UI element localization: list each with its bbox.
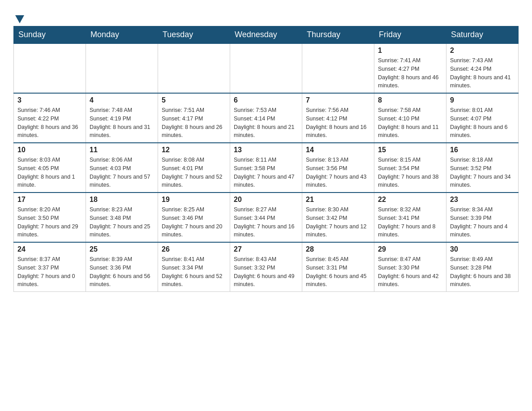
calendar-cell: 30Sunrise: 8:49 AM Sunset: 3:28 PM Dayli…: [446, 242, 519, 292]
day-number: 7: [306, 96, 370, 104]
day-info: Sunrise: 8:23 AM Sunset: 3:48 PM Dayligh…: [90, 206, 154, 239]
day-info: Sunrise: 8:32 AM Sunset: 3:41 PM Dayligh…: [378, 206, 442, 239]
day-info: Sunrise: 7:43 AM Sunset: 4:24 PM Dayligh…: [450, 56, 515, 90]
calendar-cell: [158, 43, 230, 93]
calendar-cell: [302, 43, 374, 93]
day-info: Sunrise: 8:20 AM Sunset: 3:50 PM Dayligh…: [17, 206, 82, 239]
day-number: 2: [450, 47, 515, 55]
day-info: Sunrise: 8:01 AM Sunset: 4:07 PM Dayligh…: [450, 106, 515, 140]
day-info: Sunrise: 8:37 AM Sunset: 3:37 PM Dayligh…: [17, 255, 82, 289]
day-info: Sunrise: 7:53 AM Sunset: 4:14 PM Dayligh…: [234, 106, 298, 140]
calendar-cell: 12Sunrise: 8:08 AM Sunset: 4:01 PM Dayli…: [158, 143, 230, 193]
weekday-header-thursday: Thursday: [302, 26, 374, 44]
weekday-header-tuesday: Tuesday: [158, 26, 230, 44]
day-number: 15: [378, 146, 442, 154]
logo: [13, 13, 24, 21]
day-info: Sunrise: 8:08 AM Sunset: 4:01 PM Dayligh…: [162, 156, 226, 189]
day-info: Sunrise: 7:46 AM Sunset: 4:22 PM Dayligh…: [17, 106, 82, 140]
day-number: 10: [17, 146, 82, 154]
calendar-cell: [14, 43, 86, 93]
weekday-header-wednesday: Wednesday: [230, 26, 302, 44]
day-info: Sunrise: 8:49 AM Sunset: 3:28 PM Dayligh…: [450, 255, 515, 289]
day-info: Sunrise: 8:18 AM Sunset: 3:52 PM Dayligh…: [450, 156, 515, 189]
day-number: 12: [162, 146, 226, 154]
calendar-cell: 17Sunrise: 8:20 AM Sunset: 3:50 PM Dayli…: [14, 193, 86, 242]
day-info: Sunrise: 7:41 AM Sunset: 4:27 PM Dayligh…: [378, 56, 442, 90]
calendar-header-row: SundayMondayTuesdayWednesdayThursdayFrid…: [14, 26, 519, 44]
logo-general: [13, 13, 24, 23]
logo-arrow-icon: [15, 15, 24, 23]
calendar-cell: 28Sunrise: 8:45 AM Sunset: 3:31 PM Dayli…: [302, 242, 374, 292]
day-number: 6: [234, 96, 298, 104]
day-number: 18: [90, 196, 154, 204]
calendar-cell: 23Sunrise: 8:34 AM Sunset: 3:39 PM Dayli…: [446, 193, 519, 242]
day-info: Sunrise: 8:39 AM Sunset: 3:36 PM Dayligh…: [90, 255, 154, 289]
calendar-cell: 2Sunrise: 7:43 AM Sunset: 4:24 PM Daylig…: [446, 43, 519, 93]
day-info: Sunrise: 8:06 AM Sunset: 4:03 PM Dayligh…: [90, 156, 154, 189]
weekday-header-friday: Friday: [374, 26, 446, 44]
day-info: Sunrise: 8:47 AM Sunset: 3:30 PM Dayligh…: [378, 255, 442, 289]
calendar-cell: 29Sunrise: 8:47 AM Sunset: 3:30 PM Dayli…: [374, 242, 446, 292]
day-info: Sunrise: 8:03 AM Sunset: 4:05 PM Dayligh…: [17, 156, 82, 189]
day-info: Sunrise: 7:58 AM Sunset: 4:10 PM Dayligh…: [378, 106, 442, 140]
weekday-header-saturday: Saturday: [446, 26, 519, 44]
day-number: 28: [306, 245, 370, 253]
day-info: Sunrise: 8:27 AM Sunset: 3:44 PM Dayligh…: [234, 206, 298, 239]
day-number: 1: [378, 47, 442, 55]
calendar-cell: 19Sunrise: 8:25 AM Sunset: 3:46 PM Dayli…: [158, 193, 230, 242]
calendar-cell: 27Sunrise: 8:43 AM Sunset: 3:32 PM Dayli…: [230, 242, 302, 292]
calendar-cell: 20Sunrise: 8:27 AM Sunset: 3:44 PM Dayli…: [230, 193, 302, 242]
day-info: Sunrise: 8:11 AM Sunset: 3:58 PM Dayligh…: [234, 156, 298, 189]
day-number: 30: [450, 245, 515, 253]
day-info: Sunrise: 8:41 AM Sunset: 3:34 PM Dayligh…: [162, 255, 226, 289]
calendar-cell: 3Sunrise: 7:46 AM Sunset: 4:22 PM Daylig…: [14, 93, 86, 143]
calendar-cell: 22Sunrise: 8:32 AM Sunset: 3:41 PM Dayli…: [374, 193, 446, 242]
day-number: 22: [378, 196, 442, 204]
day-info: Sunrise: 7:51 AM Sunset: 4:17 PM Dayligh…: [162, 106, 226, 140]
calendar-cell: 9Sunrise: 8:01 AM Sunset: 4:07 PM Daylig…: [446, 93, 519, 143]
day-info: Sunrise: 8:25 AM Sunset: 3:46 PM Dayligh…: [162, 206, 226, 239]
calendar-cell: [230, 43, 302, 93]
calendar-cell: 10Sunrise: 8:03 AM Sunset: 4:05 PM Dayli…: [14, 143, 86, 193]
day-number: 23: [450, 196, 515, 204]
day-info: Sunrise: 8:30 AM Sunset: 3:42 PM Dayligh…: [306, 206, 370, 239]
calendar-week-row: 24Sunrise: 8:37 AM Sunset: 3:37 PM Dayli…: [14, 242, 519, 292]
calendar-cell: 7Sunrise: 7:56 AM Sunset: 4:12 PM Daylig…: [302, 93, 374, 143]
calendar-cell: 14Sunrise: 8:13 AM Sunset: 3:56 PM Dayli…: [302, 143, 374, 193]
day-number: 13: [234, 146, 298, 154]
day-number: 16: [450, 146, 515, 154]
calendar-table: SundayMondayTuesdayWednesdayThursdayFrid…: [13, 26, 519, 292]
calendar-cell: 13Sunrise: 8:11 AM Sunset: 3:58 PM Dayli…: [230, 143, 302, 193]
day-number: 14: [306, 146, 370, 154]
calendar-cell: 4Sunrise: 7:48 AM Sunset: 4:19 PM Daylig…: [86, 93, 158, 143]
calendar-cell: 11Sunrise: 8:06 AM Sunset: 4:03 PM Dayli…: [86, 143, 158, 193]
day-number: 11: [90, 146, 154, 154]
calendar-cell: 21Sunrise: 8:30 AM Sunset: 3:42 PM Dayli…: [302, 193, 374, 242]
day-info: Sunrise: 8:13 AM Sunset: 3:56 PM Dayligh…: [306, 156, 370, 189]
day-info: Sunrise: 7:56 AM Sunset: 4:12 PM Dayligh…: [306, 106, 370, 140]
calendar-week-row: 17Sunrise: 8:20 AM Sunset: 3:50 PM Dayli…: [14, 193, 519, 242]
day-info: Sunrise: 8:34 AM Sunset: 3:39 PM Dayligh…: [450, 206, 515, 239]
calendar-cell: 16Sunrise: 8:18 AM Sunset: 3:52 PM Dayli…: [446, 143, 519, 193]
day-number: 20: [234, 196, 298, 204]
day-number: 4: [90, 96, 154, 104]
calendar-cell: 1Sunrise: 7:41 AM Sunset: 4:27 PM Daylig…: [374, 43, 446, 93]
day-number: 21: [306, 196, 370, 204]
day-info: Sunrise: 8:15 AM Sunset: 3:54 PM Dayligh…: [378, 156, 442, 189]
calendar-cell: 8Sunrise: 7:58 AM Sunset: 4:10 PM Daylig…: [374, 93, 446, 143]
day-number: 3: [17, 96, 82, 104]
calendar-cell: 24Sunrise: 8:37 AM Sunset: 3:37 PM Dayli…: [14, 242, 86, 292]
calendar-cell: 5Sunrise: 7:51 AM Sunset: 4:17 PM Daylig…: [158, 93, 230, 143]
calendar-cell: 25Sunrise: 8:39 AM Sunset: 3:36 PM Dayli…: [86, 242, 158, 292]
calendar-week-row: 1Sunrise: 7:41 AM Sunset: 4:27 PM Daylig…: [14, 43, 519, 93]
day-number: 26: [162, 245, 226, 253]
day-number: 27: [234, 245, 298, 253]
day-info: Sunrise: 8:43 AM Sunset: 3:32 PM Dayligh…: [234, 255, 298, 289]
calendar-cell: 26Sunrise: 8:41 AM Sunset: 3:34 PM Dayli…: [158, 242, 230, 292]
day-number: 5: [162, 96, 226, 104]
day-number: 9: [450, 96, 515, 104]
day-number: 8: [378, 96, 442, 104]
day-number: 17: [17, 196, 82, 204]
calendar-week-row: 3Sunrise: 7:46 AM Sunset: 4:22 PM Daylig…: [14, 93, 519, 143]
day-number: 25: [90, 245, 154, 253]
